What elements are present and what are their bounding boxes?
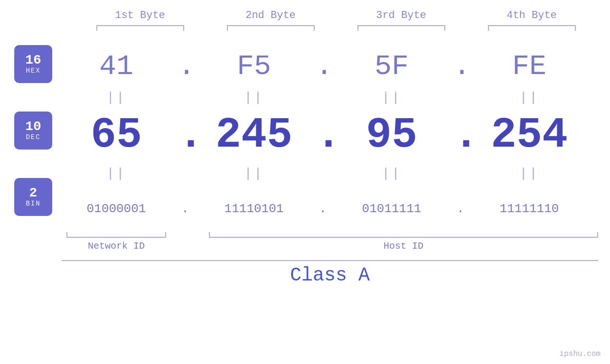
bin-number: 2 — [29, 187, 38, 200]
dec-byte3: 95 — [344, 111, 439, 159]
byte2-header: 2nd Byte — [223, 9, 318, 21]
equals-2: || — [206, 90, 301, 105]
equals-row-1: || || || || — [62, 88, 584, 107]
bin-byte2: 11110101 — [206, 202, 301, 216]
dec-row: 65 . 245 . 95 . 254 — [62, 107, 584, 164]
top-brackets — [75, 25, 597, 31]
hex-label: HEX — [26, 67, 40, 75]
bin-byte4: 11111110 — [482, 202, 577, 216]
bin-byte3: 01011111 — [344, 202, 439, 216]
equals-7: || — [344, 166, 439, 181]
hex-byte1: 41 — [69, 50, 164, 83]
dec-label: DEC — [26, 133, 40, 141]
network-bracket — [66, 232, 166, 238]
dot-bin-3: . — [453, 202, 468, 216]
host-id-label: Host ID — [384, 241, 423, 252]
equals-6: || — [206, 166, 301, 181]
byte-headers: 1st Byte 2nd Byte 3rd Byte 4th Byte — [75, 9, 597, 21]
class-bracket — [62, 260, 598, 261]
bin-byte1: 01000001 — [69, 202, 164, 216]
equals-4: || — [482, 90, 577, 105]
main-container: 1st Byte 2nd Byte 3rd Byte 4th Byte 16 H… — [0, 0, 610, 364]
dot-dec-1: . — [178, 111, 192, 159]
byte4-header: 4th Byte — [484, 9, 579, 21]
byte1-header: 1st Byte — [93, 9, 188, 21]
bracket-4 — [488, 25, 576, 31]
equals-8: || — [482, 166, 577, 181]
dot-hex-2: . — [316, 50, 330, 83]
hex-row: 41 . F5 . 5F . FE — [62, 45, 584, 88]
hex-byte4: FE — [482, 50, 577, 83]
equals-row-2: || || || || — [62, 164, 584, 183]
bottom-bracket-row: Network ID Host ID — [62, 232, 598, 252]
equals-3: || — [344, 90, 439, 105]
dec-byte2: 245 — [206, 111, 301, 159]
hex-badge: 16 HEX — [14, 45, 52, 83]
dot-bin-2: . — [316, 202, 330, 216]
dec-badge: 10 DEC — [14, 112, 52, 149]
dot-hex-1: . — [178, 50, 192, 83]
dot-bin-1: . — [178, 202, 192, 216]
bracket-1 — [96, 25, 184, 31]
bin-badge: 2 BIN — [14, 178, 52, 216]
dec-byte4: 254 — [482, 111, 577, 159]
dot-dec-2: . — [316, 111, 330, 159]
dec-number: 10 — [25, 120, 41, 133]
dot-hex-3: . — [453, 50, 468, 83]
equals-5: || — [69, 166, 164, 181]
bracket-3 — [357, 25, 445, 31]
hex-byte2: F5 — [206, 50, 301, 83]
class-label: Class A — [290, 265, 370, 286]
value-grid: 41 . F5 . 5F . FE || || — [62, 40, 598, 286]
byte3-header: 3rd Byte — [354, 9, 449, 21]
hex-byte3: 5F — [344, 50, 439, 83]
bracket-2 — [227, 25, 315, 31]
bin-row: 01000001 . 11110101 . 01011111 . 1111111… — [62, 187, 584, 230]
dot-dec-3: . — [453, 111, 468, 159]
equals-1: || — [69, 90, 164, 105]
host-bracket — [209, 232, 598, 238]
bin-label: BIN — [26, 200, 40, 207]
host-id-section: Host ID — [209, 232, 598, 252]
network-id-label: Network ID — [88, 241, 145, 252]
class-label-container: Class A — [62, 265, 598, 286]
network-id-section: Network ID — [62, 232, 171, 252]
dec-byte1: 65 — [69, 111, 164, 159]
watermark: ipshu.com — [560, 350, 601, 358]
base-labels: 16 HEX 10 DEC 2 BIN — [14, 45, 52, 286]
hex-number: 16 — [25, 54, 41, 67]
